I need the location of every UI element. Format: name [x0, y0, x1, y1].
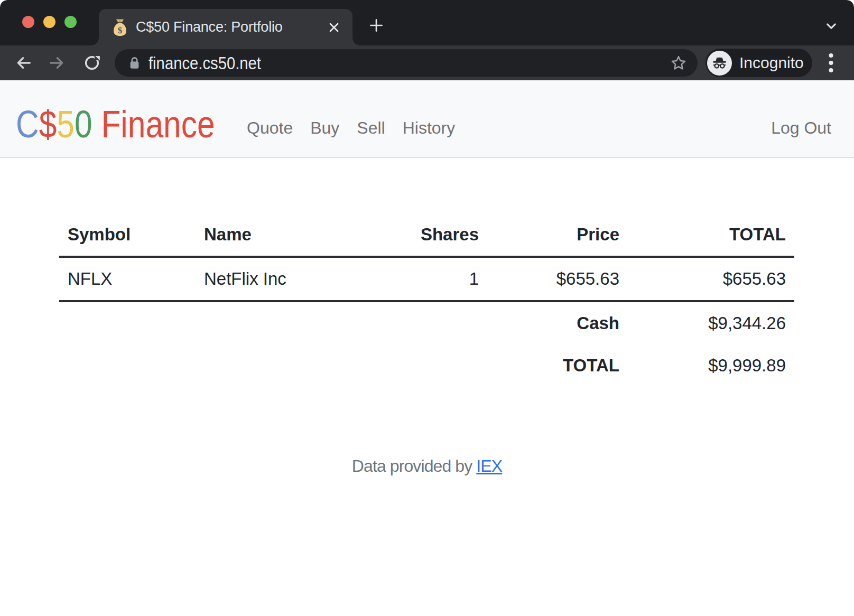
header-name: Name: [196, 213, 354, 257]
browser-window: $ C$50 Finance: Portfolio: [0, 0, 854, 616]
incognito-label: Incognito: [739, 54, 804, 72]
browser-tab[interactable]: $ C$50 Finance: Portfolio: [99, 9, 352, 45]
cell-name: NetFlix Inc: [196, 257, 354, 301]
back-icon[interactable]: [15, 54, 33, 72]
attribution-text: Data provided by: [352, 456, 472, 475]
tab-close-icon[interactable]: [327, 21, 341, 34]
close-window-button[interactable]: [22, 16, 34, 28]
page-content: C$50 Finance Quote Buy Sell History Log …: [0, 80, 854, 616]
minimize-window-button[interactable]: [43, 16, 55, 28]
tab-strip: $ C$50 Finance: Portfolio: [0, 0, 854, 45]
cell-shares: 1: [354, 257, 487, 301]
cash-row: Cash $9,344.26: [59, 301, 794, 344]
brand-letter: 5: [57, 103, 75, 145]
incognito-icon: [707, 51, 732, 76]
header-price: Price: [487, 213, 628, 257]
brand-letter: $: [39, 103, 57, 145]
portfolio-table: Symbol Name Shares Price TOTAL NFLX NetF…: [59, 213, 794, 387]
tab-search-chevron-icon[interactable]: [825, 22, 837, 31]
nav-link-logout[interactable]: Log Out: [771, 117, 831, 138]
svg-text:$: $: [118, 25, 123, 35]
url-bar[interactable]: finance.cs50.net: [115, 49, 698, 77]
nav-link-sell[interactable]: Sell: [357, 117, 385, 138]
total-label: TOTAL: [487, 344, 628, 387]
cell-symbol: NFLX: [59, 257, 196, 301]
nav-link-buy[interactable]: Buy: [310, 117, 339, 138]
cell-total: $655.63: [628, 257, 794, 301]
header-total: TOTAL: [628, 213, 794, 257]
nav-link-quote[interactable]: Quote: [247, 117, 293, 138]
browser-toolbar: finance.cs50.net Incognito: [0, 45, 854, 80]
url-text[interactable]: finance.cs50.net: [148, 53, 597, 73]
bookmark-star-icon[interactable]: [670, 54, 687, 71]
tab-title: C$50 Finance: Portfolio: [136, 19, 283, 35]
cash-label: Cash: [487, 301, 628, 344]
menu-kebab-icon[interactable]: [828, 52, 834, 74]
forward-icon[interactable]: [48, 54, 66, 72]
iex-link[interactable]: IEX: [476, 456, 502, 475]
total-value: $9,999.89: [628, 344, 794, 387]
nav-links: Quote Buy Sell History: [247, 117, 455, 138]
table-header-row: Symbol Name Shares Price TOTAL: [59, 213, 794, 257]
brand-letter: 0: [75, 103, 92, 145]
total-row: TOTAL $9,999.89: [59, 344, 794, 387]
moneybag-favicon-icon: $: [112, 18, 128, 36]
traffic-lights: [22, 16, 77, 28]
nav-link-history[interactable]: History: [403, 117, 456, 138]
brand-letter: C: [16, 103, 39, 145]
zoom-window-button[interactable]: [64, 16, 77, 28]
table-row: NFLX NetFlix Inc 1 $655.63 $655.63: [59, 257, 794, 301]
brand-word: Finance: [92, 103, 215, 145]
header-symbol: Symbol: [59, 213, 196, 257]
new-tab-button[interactable]: [368, 17, 385, 34]
site-brand[interactable]: C$50 Finance: [16, 100, 253, 148]
cash-value: $9,344.26: [628, 301, 794, 344]
incognito-badge: Incognito: [706, 49, 812, 77]
lock-icon: [127, 55, 142, 71]
site-navbar: C$50 Finance Quote Buy Sell History Log …: [0, 80, 854, 158]
data-attribution: Data provided by IEX: [0, 453, 854, 479]
cell-price: $655.63: [487, 257, 628, 301]
reload-icon[interactable]: [83, 54, 101, 72]
header-shares: Shares: [354, 213, 487, 257]
